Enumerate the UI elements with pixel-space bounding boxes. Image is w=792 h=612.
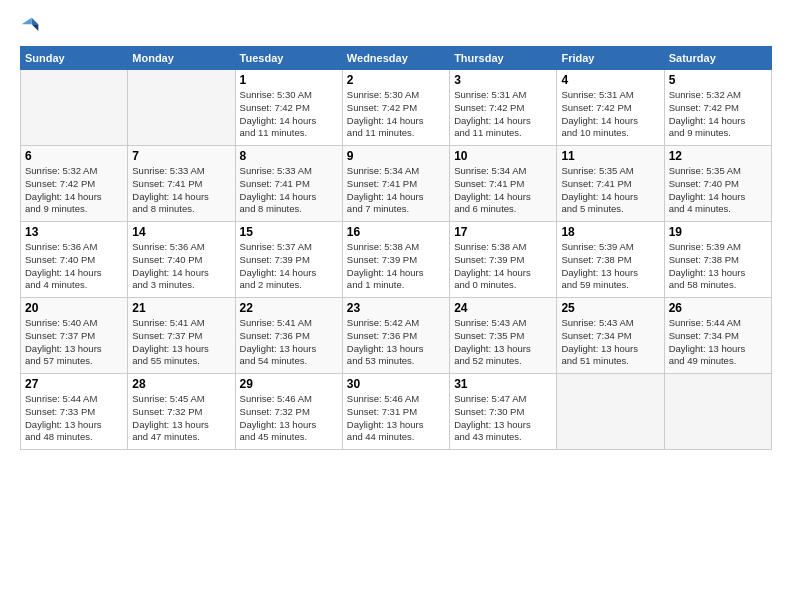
day-info: Sunrise: 5:46 AM Sunset: 7:32 PM Dayligh… bbox=[240, 393, 338, 444]
day-info: Sunrise: 5:40 AM Sunset: 7:37 PM Dayligh… bbox=[25, 317, 123, 368]
calendar-cell: 12Sunrise: 5:35 AM Sunset: 7:40 PM Dayli… bbox=[664, 146, 771, 222]
weekday-tuesday: Tuesday bbox=[235, 47, 342, 70]
calendar-cell: 26Sunrise: 5:44 AM Sunset: 7:34 PM Dayli… bbox=[664, 298, 771, 374]
day-number: 23 bbox=[347, 301, 445, 315]
weekday-wednesday: Wednesday bbox=[342, 47, 449, 70]
day-info: Sunrise: 5:36 AM Sunset: 7:40 PM Dayligh… bbox=[25, 241, 123, 292]
weekday-friday: Friday bbox=[557, 47, 664, 70]
weekday-thursday: Thursday bbox=[450, 47, 557, 70]
calendar-cell: 28Sunrise: 5:45 AM Sunset: 7:32 PM Dayli… bbox=[128, 374, 235, 450]
calendar: SundayMondayTuesdayWednesdayThursdayFrid… bbox=[20, 46, 772, 450]
day-info: Sunrise: 5:37 AM Sunset: 7:39 PM Dayligh… bbox=[240, 241, 338, 292]
day-number: 31 bbox=[454, 377, 552, 391]
calendar-cell: 8Sunrise: 5:33 AM Sunset: 7:41 PM Daylig… bbox=[235, 146, 342, 222]
day-number: 18 bbox=[561, 225, 659, 239]
day-info: Sunrise: 5:34 AM Sunset: 7:41 PM Dayligh… bbox=[454, 165, 552, 216]
calendar-cell: 19Sunrise: 5:39 AM Sunset: 7:38 PM Dayli… bbox=[664, 222, 771, 298]
day-info: Sunrise: 5:47 AM Sunset: 7:30 PM Dayligh… bbox=[454, 393, 552, 444]
calendar-cell: 7Sunrise: 5:33 AM Sunset: 7:41 PM Daylig… bbox=[128, 146, 235, 222]
calendar-cell bbox=[128, 70, 235, 146]
weekday-saturday: Saturday bbox=[664, 47, 771, 70]
day-info: Sunrise: 5:30 AM Sunset: 7:42 PM Dayligh… bbox=[240, 89, 338, 140]
day-number: 7 bbox=[132, 149, 230, 163]
calendar-cell: 30Sunrise: 5:46 AM Sunset: 7:31 PM Dayli… bbox=[342, 374, 449, 450]
calendar-cell: 4Sunrise: 5:31 AM Sunset: 7:42 PM Daylig… bbox=[557, 70, 664, 146]
calendar-cell: 15Sunrise: 5:37 AM Sunset: 7:39 PM Dayli… bbox=[235, 222, 342, 298]
day-info: Sunrise: 5:36 AM Sunset: 7:40 PM Dayligh… bbox=[132, 241, 230, 292]
day-info: Sunrise: 5:46 AM Sunset: 7:31 PM Dayligh… bbox=[347, 393, 445, 444]
calendar-cell bbox=[557, 374, 664, 450]
day-number: 22 bbox=[240, 301, 338, 315]
day-info: Sunrise: 5:31 AM Sunset: 7:42 PM Dayligh… bbox=[561, 89, 659, 140]
calendar-cell: 27Sunrise: 5:44 AM Sunset: 7:33 PM Dayli… bbox=[21, 374, 128, 450]
calendar-cell: 9Sunrise: 5:34 AM Sunset: 7:41 PM Daylig… bbox=[342, 146, 449, 222]
day-number: 26 bbox=[669, 301, 767, 315]
calendar-cell: 6Sunrise: 5:32 AM Sunset: 7:42 PM Daylig… bbox=[21, 146, 128, 222]
day-info: Sunrise: 5:41 AM Sunset: 7:37 PM Dayligh… bbox=[132, 317, 230, 368]
calendar-cell: 20Sunrise: 5:40 AM Sunset: 7:37 PM Dayli… bbox=[21, 298, 128, 374]
day-info: Sunrise: 5:30 AM Sunset: 7:42 PM Dayligh… bbox=[347, 89, 445, 140]
week-row-1: 1Sunrise: 5:30 AM Sunset: 7:42 PM Daylig… bbox=[21, 70, 772, 146]
day-number: 15 bbox=[240, 225, 338, 239]
weekday-header-row: SundayMondayTuesdayWednesdayThursdayFrid… bbox=[21, 47, 772, 70]
day-info: Sunrise: 5:42 AM Sunset: 7:36 PM Dayligh… bbox=[347, 317, 445, 368]
day-info: Sunrise: 5:39 AM Sunset: 7:38 PM Dayligh… bbox=[561, 241, 659, 292]
page: SundayMondayTuesdayWednesdayThursdayFrid… bbox=[0, 0, 792, 612]
day-number: 16 bbox=[347, 225, 445, 239]
day-number: 13 bbox=[25, 225, 123, 239]
day-info: Sunrise: 5:44 AM Sunset: 7:34 PM Dayligh… bbox=[669, 317, 767, 368]
day-info: Sunrise: 5:39 AM Sunset: 7:38 PM Dayligh… bbox=[669, 241, 767, 292]
calendar-cell: 18Sunrise: 5:39 AM Sunset: 7:38 PM Dayli… bbox=[557, 222, 664, 298]
weekday-sunday: Sunday bbox=[21, 47, 128, 70]
svg-marker-0 bbox=[32, 18, 39, 25]
day-info: Sunrise: 5:35 AM Sunset: 7:40 PM Dayligh… bbox=[669, 165, 767, 216]
calendar-cell: 13Sunrise: 5:36 AM Sunset: 7:40 PM Dayli… bbox=[21, 222, 128, 298]
day-number: 14 bbox=[132, 225, 230, 239]
day-number: 21 bbox=[132, 301, 230, 315]
day-number: 6 bbox=[25, 149, 123, 163]
day-number: 27 bbox=[25, 377, 123, 391]
calendar-cell: 24Sunrise: 5:43 AM Sunset: 7:35 PM Dayli… bbox=[450, 298, 557, 374]
day-info: Sunrise: 5:44 AM Sunset: 7:33 PM Dayligh… bbox=[25, 393, 123, 444]
svg-marker-2 bbox=[22, 18, 32, 25]
calendar-cell: 21Sunrise: 5:41 AM Sunset: 7:37 PM Dayli… bbox=[128, 298, 235, 374]
calendar-cell: 10Sunrise: 5:34 AM Sunset: 7:41 PM Dayli… bbox=[450, 146, 557, 222]
day-number: 9 bbox=[347, 149, 445, 163]
calendar-cell: 23Sunrise: 5:42 AM Sunset: 7:36 PM Dayli… bbox=[342, 298, 449, 374]
calendar-cell bbox=[21, 70, 128, 146]
week-row-5: 27Sunrise: 5:44 AM Sunset: 7:33 PM Dayli… bbox=[21, 374, 772, 450]
calendar-cell: 14Sunrise: 5:36 AM Sunset: 7:40 PM Dayli… bbox=[128, 222, 235, 298]
week-row-3: 13Sunrise: 5:36 AM Sunset: 7:40 PM Dayli… bbox=[21, 222, 772, 298]
logo bbox=[20, 16, 42, 36]
day-number: 2 bbox=[347, 73, 445, 87]
day-number: 17 bbox=[454, 225, 552, 239]
day-number: 29 bbox=[240, 377, 338, 391]
calendar-cell: 3Sunrise: 5:31 AM Sunset: 7:42 PM Daylig… bbox=[450, 70, 557, 146]
calendar-cell: 11Sunrise: 5:35 AM Sunset: 7:41 PM Dayli… bbox=[557, 146, 664, 222]
week-row-4: 20Sunrise: 5:40 AM Sunset: 7:37 PM Dayli… bbox=[21, 298, 772, 374]
header bbox=[20, 16, 772, 36]
calendar-cell bbox=[664, 374, 771, 450]
day-info: Sunrise: 5:43 AM Sunset: 7:35 PM Dayligh… bbox=[454, 317, 552, 368]
day-number: 10 bbox=[454, 149, 552, 163]
calendar-cell: 16Sunrise: 5:38 AM Sunset: 7:39 PM Dayli… bbox=[342, 222, 449, 298]
day-number: 5 bbox=[669, 73, 767, 87]
day-info: Sunrise: 5:33 AM Sunset: 7:41 PM Dayligh… bbox=[240, 165, 338, 216]
day-info: Sunrise: 5:38 AM Sunset: 7:39 PM Dayligh… bbox=[347, 241, 445, 292]
day-info: Sunrise: 5:41 AM Sunset: 7:36 PM Dayligh… bbox=[240, 317, 338, 368]
calendar-cell: 5Sunrise: 5:32 AM Sunset: 7:42 PM Daylig… bbox=[664, 70, 771, 146]
calendar-cell: 22Sunrise: 5:41 AM Sunset: 7:36 PM Dayli… bbox=[235, 298, 342, 374]
day-info: Sunrise: 5:34 AM Sunset: 7:41 PM Dayligh… bbox=[347, 165, 445, 216]
day-number: 28 bbox=[132, 377, 230, 391]
logo-icon bbox=[20, 16, 40, 36]
weekday-monday: Monday bbox=[128, 47, 235, 70]
day-number: 25 bbox=[561, 301, 659, 315]
calendar-cell: 1Sunrise: 5:30 AM Sunset: 7:42 PM Daylig… bbox=[235, 70, 342, 146]
day-number: 12 bbox=[669, 149, 767, 163]
calendar-cell: 2Sunrise: 5:30 AM Sunset: 7:42 PM Daylig… bbox=[342, 70, 449, 146]
week-row-2: 6Sunrise: 5:32 AM Sunset: 7:42 PM Daylig… bbox=[21, 146, 772, 222]
day-number: 3 bbox=[454, 73, 552, 87]
day-number: 24 bbox=[454, 301, 552, 315]
day-info: Sunrise: 5:38 AM Sunset: 7:39 PM Dayligh… bbox=[454, 241, 552, 292]
day-number: 19 bbox=[669, 225, 767, 239]
